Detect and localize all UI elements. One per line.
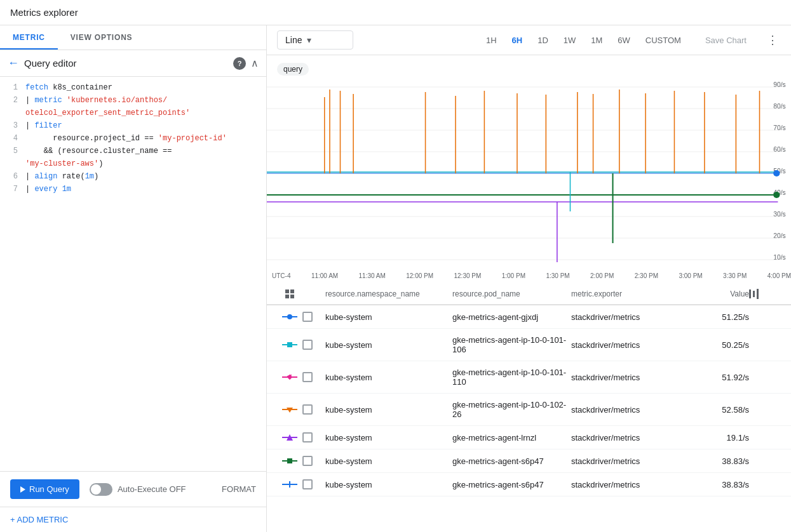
time-range-1w[interactable]: 1W (557, 32, 583, 49)
run-query-button[interactable]: Run Query (10, 479, 79, 499)
data-table: resource.namespace_name resource.pod_nam… (267, 284, 791, 532)
auto-execute-toggle[interactable]: Auto-Execute OFF (90, 483, 186, 496)
exporter-5: stackdriver/metrics (571, 433, 686, 442)
tab-view-options[interactable]: VIEW OPTIONS (58, 25, 145, 50)
play-icon (20, 486, 25, 493)
exporter-4: stackdriver/metrics (571, 405, 686, 415)
editor-footer: Run Query Auto-Execute OFF FORMAT (0, 471, 266, 507)
svg-point-43 (773, 192, 780, 198)
svg-text:30/s: 30/s (773, 211, 785, 218)
row-checkbox-5[interactable] (302, 432, 313, 442)
tab-metric[interactable]: METRIC (0, 25, 58, 50)
row-checkbox-4[interactable] (302, 404, 313, 415)
svg-rect-46 (285, 295, 289, 298)
row-checkbox-3[interactable] (302, 372, 313, 382)
svg-point-42 (773, 170, 780, 176)
tab-bar: METRIC VIEW OPTIONS (0, 25, 266, 50)
col-exporter-header: metric.exporter (571, 289, 686, 298)
col-namespace-header: resource.namespace_name (325, 289, 452, 298)
chart-type-select[interactable]: Line ▾ (277, 30, 353, 50)
add-metric-button[interactable]: + ADD METRIC (0, 507, 266, 532)
save-chart-button[interactable]: Save Chart (695, 32, 757, 49)
namespace-6: kube-system (325, 456, 452, 466)
time-range-6w[interactable]: 6W (611, 32, 637, 49)
table-row: kube-system gke-metrics-agent-s6p47 stac… (267, 449, 791, 473)
time-range-1d[interactable]: 1D (531, 32, 555, 49)
value-6: 38.83/s (686, 456, 749, 466)
code-line-6: 6 | align rate(1m) (0, 171, 266, 183)
pod-4: gke-metrics-agent-ip-10-0-102-26 (452, 400, 571, 419)
exporter-7: stackdriver/metrics (571, 480, 686, 489)
svg-text:10/s: 10/s (773, 254, 785, 261)
col-columns-icon-header[interactable] (749, 289, 781, 299)
series-icon-1 (277, 312, 302, 322)
code-line-7: 7 | every 1m (0, 183, 266, 196)
svg-text:80/s: 80/s (773, 103, 785, 110)
collapse-button[interactable]: ∧ (251, 57, 259, 69)
back-button[interactable]: ← (8, 57, 19, 70)
table-row: kube-system gke-metrics-agent-ip-10-0-10… (267, 329, 791, 361)
pod-3: gke-metrics-agent-ip-10-0-101-110 (452, 368, 571, 387)
svg-rect-45 (290, 289, 294, 293)
help-button[interactable]: ? (233, 57, 246, 70)
namespace-3: kube-system (325, 373, 452, 382)
time-range-selector: 1H 6H 1D 1W 1M 6W CUSTOM (480, 32, 687, 49)
series-icon-6 (277, 456, 302, 466)
query-editor-title: Query editor (24, 58, 233, 69)
namespace-2: kube-system (325, 340, 452, 350)
value-2: 50.25/s (686, 340, 749, 350)
code-line-5b: 'my-cluster-aws') (0, 158, 266, 171)
code-line-1: 1 fetch k8s_container (0, 82, 266, 95)
left-panel: METRIC VIEW OPTIONS ← Query editor ? ∧ 1… (0, 25, 267, 532)
col-series-icon-header (277, 289, 302, 299)
exporter-3: stackdriver/metrics (571, 373, 686, 382)
time-range-custom[interactable]: CUSTOM (639, 32, 687, 49)
table-row: kube-system gke-metrics-agent-ip-10-0-10… (267, 394, 791, 426)
grid-icon (285, 289, 295, 299)
svg-text:20/s: 20/s (773, 232, 785, 239)
value-4: 52.58/s (686, 405, 749, 415)
svg-rect-54 (287, 375, 292, 380)
table-row: kube-system gke-metrics-agent-lrnzl stac… (267, 426, 791, 449)
query-editor-header: ← Query editor ? ∧ (0, 50, 266, 77)
series-icon-3 (277, 372, 302, 382)
col-value-header: Value (686, 289, 749, 298)
time-range-6h[interactable]: 6H (506, 32, 529, 49)
top-bar: Metrics explorer (0, 0, 791, 25)
code-editor[interactable]: 1 fetch k8s_container 2 | metric 'kubern… (0, 77, 266, 471)
main-layout: METRIC VIEW OPTIONS ← Query editor ? ∧ 1… (0, 25, 791, 532)
code-line-2b: otelcol_exporter_sent_metric_points' (0, 107, 266, 120)
row-checkbox-7[interactable] (302, 479, 313, 489)
namespace-1: kube-system (325, 312, 452, 322)
toggle-switch[interactable] (90, 483, 112, 496)
namespace-4: kube-system (325, 405, 452, 415)
value-7: 38.83/s (686, 480, 749, 489)
time-range-1m[interactable]: 1M (585, 32, 609, 49)
series-icon-2 (277, 340, 302, 350)
format-button[interactable]: FORMAT (222, 484, 256, 494)
time-range-1h[interactable]: 1H (480, 32, 503, 49)
app-title: Metrics explorer (10, 7, 78, 18)
table-row: kube-system gke-metrics-agent-s6p47 stac… (267, 473, 791, 496)
code-line-5: 5 && (resource.cluster_name == (0, 145, 266, 158)
row-checkbox-6[interactable] (302, 456, 313, 466)
exporter-2: stackdriver/metrics (571, 340, 686, 350)
namespace-7: kube-system (325, 480, 452, 489)
row-checkbox-1[interactable] (302, 312, 313, 322)
pod-1: gke-metrics-agent-gjxdj (452, 312, 571, 322)
value-5: 19.1/s (686, 433, 749, 442)
col-pod-header: resource.pod_name (452, 289, 571, 298)
query-tag[interactable]: query (277, 63, 309, 76)
svg-rect-60 (287, 458, 292, 463)
svg-point-49 (287, 314, 292, 319)
row-checkbox-2[interactable] (302, 340, 313, 350)
svg-rect-47 (290, 295, 294, 298)
series-icon-4 (277, 404, 302, 415)
svg-rect-51 (287, 342, 292, 347)
table-header: resource.namespace_name resource.pod_nam… (267, 284, 791, 305)
table-row: kube-system gke-metrics-agent-ip-10-0-10… (267, 361, 791, 394)
more-options-button[interactable]: ⋮ (764, 30, 781, 50)
series-icon-5 (277, 432, 302, 442)
code-line-4: 4 resource.project_id == 'my-project-id' (0, 133, 266, 145)
pod-2: gke-metrics-agent-ip-10-0-101-106 (452, 335, 571, 354)
